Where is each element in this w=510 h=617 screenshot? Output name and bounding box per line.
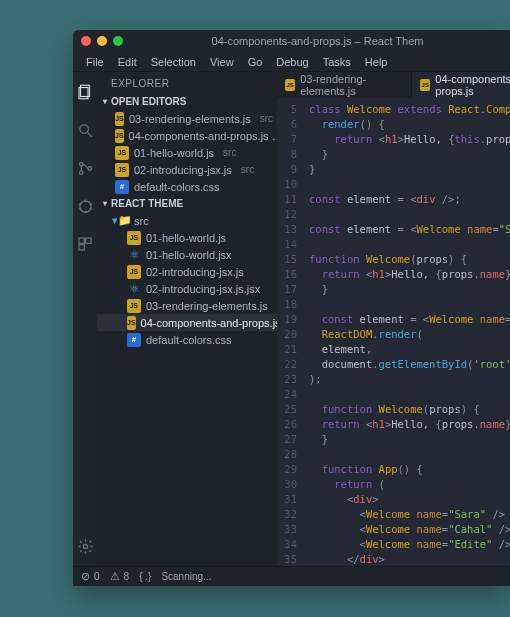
code-line[interactable]: render() { bbox=[309, 117, 510, 132]
project-section-header[interactable]: REACT THEME bbox=[97, 195, 277, 212]
code-line[interactable]: const element = <div />; bbox=[309, 192, 510, 207]
svg-line-3 bbox=[87, 132, 91, 136]
activity-bar bbox=[73, 72, 97, 566]
file-label: 01-hello-world.js bbox=[134, 147, 214, 159]
open-editor-item[interactable]: JS02-introducing-jsx.jssrc bbox=[97, 161, 277, 178]
code-line[interactable] bbox=[309, 237, 510, 252]
debug-activity-icon[interactable] bbox=[73, 194, 97, 218]
menu-file[interactable]: File bbox=[79, 54, 111, 70]
code-line[interactable] bbox=[309, 447, 510, 462]
line-number: 21 bbox=[277, 342, 297, 357]
code-line[interactable]: class Welcome extends React.Component { bbox=[309, 102, 510, 117]
code-line[interactable]: ); bbox=[309, 372, 510, 387]
braces-indicator[interactable]: { .} bbox=[139, 571, 151, 582]
code-area[interactable]: 5678910111213141516171819202122232425262… bbox=[277, 98, 510, 566]
git-activity-icon[interactable] bbox=[73, 156, 97, 180]
code-line[interactable]: <Welcome name="Sara" /> bbox=[309, 507, 510, 522]
code-line[interactable]: return <h1>Hello, {props.name}</h1>; bbox=[309, 417, 510, 432]
code-line[interactable]: return <h1>Hello, {this.props.name}</h bbox=[309, 132, 510, 147]
file-item[interactable]: JS02-introducing-jsx.js bbox=[97, 263, 277, 280]
code-line[interactable]: const element = <Welcome name="Sara" />; bbox=[309, 312, 510, 327]
line-number: 32 bbox=[277, 507, 297, 522]
menu-go[interactable]: Go bbox=[241, 54, 270, 70]
open-editor-item[interactable]: JS04-components-and-props.js … bbox=[97, 127, 277, 144]
menu-debug[interactable]: Debug bbox=[269, 54, 315, 70]
file-item[interactable]: JS01-hello-world.js bbox=[97, 229, 277, 246]
file-item[interactable]: #default-colors.css bbox=[97, 331, 277, 348]
open-editors-section-header[interactable]: OPEN EDITORS bbox=[97, 93, 277, 110]
extensions-activity-icon[interactable] bbox=[73, 232, 97, 256]
line-number: 16 bbox=[277, 267, 297, 282]
code-line[interactable] bbox=[309, 177, 510, 192]
line-number: 9 bbox=[277, 162, 297, 177]
code-line[interactable]: const element = <Welcome name="Sara" />; bbox=[309, 222, 510, 237]
file-item[interactable]: ⚛02-introducing-jsx.js.jsx bbox=[97, 280, 277, 297]
code-line[interactable]: document.getElementById('root') bbox=[309, 357, 510, 372]
error-count[interactable]: 0 bbox=[94, 571, 100, 582]
code-line[interactable]: function App() { bbox=[309, 462, 510, 477]
open-editor-item[interactable]: #default-colors.css bbox=[97, 178, 277, 195]
minimize-window-button[interactable] bbox=[97, 36, 107, 46]
line-number: 23 bbox=[277, 372, 297, 387]
line-number: 30 bbox=[277, 477, 297, 492]
close-window-button[interactable] bbox=[81, 36, 91, 46]
file-item[interactable]: ⚛01-hello-world.jsx bbox=[97, 246, 277, 263]
code-line[interactable]: } bbox=[309, 147, 510, 162]
editor-tab[interactable]: JS04-components-and-props.js× bbox=[412, 72, 510, 98]
code-line[interactable]: <Welcome name="Edite" /> bbox=[309, 537, 510, 552]
code-body[interactable]: class Welcome extends React.Component { … bbox=[303, 98, 510, 566]
code-line[interactable]: return ( bbox=[309, 477, 510, 492]
code-line[interactable]: } bbox=[309, 162, 510, 177]
js-file-icon: JS bbox=[420, 79, 430, 91]
code-line[interactable]: <Welcome name="Cahal" /> bbox=[309, 522, 510, 537]
code-line[interactable]: function Welcome(props) { bbox=[309, 252, 510, 267]
line-number: 25 bbox=[277, 402, 297, 417]
file-item[interactable]: JS04-components-and-props.js bbox=[97, 314, 277, 331]
code-line[interactable]: } bbox=[309, 432, 510, 447]
file-label: default-colors.css bbox=[134, 181, 220, 193]
menu-edit[interactable]: Edit bbox=[111, 54, 144, 70]
code-line[interactable]: <div> bbox=[309, 492, 510, 507]
js-file-icon: JS bbox=[127, 265, 141, 279]
code-line[interactable]: element, bbox=[309, 342, 510, 357]
code-line[interactable]: ReactDOM.render( bbox=[309, 327, 510, 342]
folder-src[interactable]: ▾📁 src bbox=[97, 212, 277, 229]
warning-icon[interactable]: ⚠ bbox=[110, 570, 120, 583]
file-label: 01-hello-world.js bbox=[146, 232, 226, 244]
open-editor-item[interactable]: JS01-hello-world.jssrc bbox=[97, 144, 277, 161]
error-icon[interactable]: ⊘ bbox=[81, 570, 90, 583]
line-number: 8 bbox=[277, 147, 297, 162]
editor-body: EXPLORER OPEN EDITORS JS03-rendering-ele… bbox=[73, 72, 510, 566]
file-label: 03-rendering-elements.js bbox=[146, 300, 268, 312]
open-editors-label: OPEN EDITORS bbox=[111, 96, 186, 107]
search-activity-icon[interactable] bbox=[73, 118, 97, 142]
code-line[interactable]: function Welcome(props) { bbox=[309, 402, 510, 417]
editor-tabs: JS03-rendering-elements.jsJS04-component… bbox=[277, 72, 510, 98]
js-file-icon: JS bbox=[115, 163, 129, 177]
warning-count[interactable]: 8 bbox=[124, 571, 130, 582]
menu-tasks[interactable]: Tasks bbox=[316, 54, 358, 70]
explorer-activity-icon[interactable] bbox=[73, 80, 97, 104]
file-item[interactable]: JS03-rendering-elements.js bbox=[97, 297, 277, 314]
code-line[interactable] bbox=[309, 207, 510, 222]
line-number: 20 bbox=[277, 327, 297, 342]
line-number: 13 bbox=[277, 222, 297, 237]
css-file-icon: # bbox=[115, 180, 129, 194]
svg-rect-16 bbox=[79, 245, 84, 250]
code-line[interactable] bbox=[309, 387, 510, 402]
settings-gear-icon[interactable] bbox=[73, 534, 97, 558]
svg-point-17 bbox=[83, 544, 87, 548]
editor-tab[interactable]: JS03-rendering-elements.js bbox=[277, 72, 412, 98]
menu-selection[interactable]: Selection bbox=[144, 54, 203, 70]
editor-group: JS03-rendering-elements.jsJS04-component… bbox=[277, 72, 510, 566]
maximize-window-button[interactable] bbox=[113, 36, 123, 46]
svg-point-5 bbox=[79, 170, 83, 174]
open-editor-item[interactable]: JS03-rendering-elements.jssrc bbox=[97, 110, 277, 127]
code-line[interactable]: } bbox=[309, 282, 510, 297]
menu-view[interactable]: View bbox=[203, 54, 241, 70]
code-line[interactable]: </div> bbox=[309, 552, 510, 566]
code-line[interactable]: return <h1>Hello, {props.name}</h1>; bbox=[309, 267, 510, 282]
open-editors-list: JS03-rendering-elements.jssrcJS04-compon… bbox=[97, 110, 277, 195]
menu-help[interactable]: Help bbox=[358, 54, 395, 70]
code-line[interactable] bbox=[309, 297, 510, 312]
